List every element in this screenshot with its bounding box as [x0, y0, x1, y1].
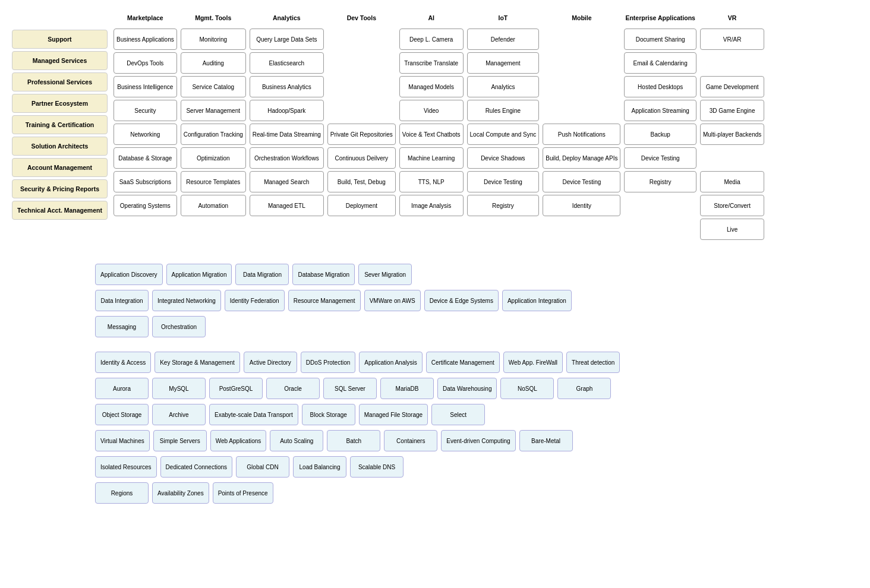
column-cell[interactable]: Service Catalog — [181, 76, 246, 97]
column-cell[interactable]: Analytics — [467, 76, 540, 97]
column-cell[interactable]: Device Testing — [624, 147, 696, 169]
bottom-cell[interactable]: Containers — [384, 430, 437, 451]
bottom-cell[interactable]: Exabyte-scale Data Transport — [209, 404, 298, 425]
bottom-cell[interactable]: Key Storage & Management — [155, 352, 240, 373]
bottom-cell[interactable]: Threat detection — [566, 352, 620, 373]
column-cell[interactable]: Email & Calendaring — [624, 52, 696, 74]
bottom-cell[interactable]: Application Integration — [502, 290, 572, 311]
column-cell[interactable]: Managed Search — [250, 171, 324, 192]
bottom-cell[interactable]: Certificate Management — [426, 352, 500, 373]
column-cell[interactable]: Private Git Repositories — [327, 124, 396, 145]
column-cell[interactable]: Management — [467, 52, 540, 74]
column-cell[interactable]: Managed Models — [399, 76, 464, 97]
column-cell[interactable]: Continuous Deilvery — [327, 147, 396, 169]
column-cell[interactable]: VR/AR — [700, 29, 764, 50]
bottom-cell[interactable]: Data Integration — [95, 290, 149, 311]
column-cell[interactable]: Defender — [467, 29, 540, 50]
bottom-cell[interactable]: Scalable DNS — [350, 456, 404, 478]
bottom-cell[interactable]: PostGreSQL — [209, 378, 263, 399]
column-cell[interactable]: Auditing — [181, 52, 246, 74]
column-cell[interactable]: Store/Convert — [700, 195, 764, 216]
column-cell[interactable]: Monitoring — [181, 29, 246, 50]
bottom-cell[interactable]: SQL Server — [323, 378, 377, 399]
column-cell[interactable]: Application Streaming — [624, 100, 696, 121]
column-cell[interactable]: Build, Test, Debug — [327, 171, 396, 192]
bottom-cell[interactable]: Active Directory — [244, 352, 297, 373]
bottom-cell[interactable]: Identity Federation — [225, 290, 285, 311]
bottom-cell[interactable]: Archive — [152, 404, 206, 425]
bottom-cell[interactable]: Identity & Access — [95, 352, 151, 373]
column-cell[interactable]: Voice & Text Chatbots — [399, 124, 464, 145]
column-cell[interactable]: Machine Learning — [399, 147, 464, 169]
bottom-cell[interactable]: Application Migration — [166, 264, 232, 285]
column-cell[interactable]: Managed ETL — [250, 195, 324, 216]
bottom-cell[interactable]: Select — [431, 404, 485, 425]
bottom-cell[interactable]: MySQL — [152, 378, 206, 399]
column-cell[interactable]: Multi-player Backends — [700, 124, 764, 145]
column-cell[interactable]: Device Testing — [467, 171, 540, 192]
column-cell[interactable]: Live — [700, 219, 764, 240]
column-cell[interactable]: Deep L. Camera — [399, 29, 464, 50]
bottom-cell[interactable]: Device & Edge Systems — [424, 290, 499, 311]
column-cell[interactable]: Registry — [467, 195, 540, 216]
bottom-cell[interactable]: Event-driven Computing — [441, 430, 515, 451]
bottom-cell[interactable]: Object Storage — [95, 404, 149, 425]
column-cell[interactable]: Query Large Data Sets — [250, 29, 324, 50]
column-cell[interactable]: Business Applications — [114, 29, 177, 50]
bottom-cell[interactable]: Web App. FireWall — [503, 352, 563, 373]
bottom-cell[interactable]: Block Storage — [302, 404, 355, 425]
bottom-cell[interactable]: Data Warehousing — [437, 378, 497, 399]
bottom-cell[interactable]: VMWare on AWS — [364, 290, 421, 311]
column-cell[interactable]: Operating Systems — [114, 195, 177, 216]
column-cell[interactable]: Database & Storage — [114, 147, 177, 169]
bottom-cell[interactable]: Availability Zones — [152, 482, 209, 504]
bottom-cell[interactable]: Application Analysis — [359, 352, 422, 373]
bottom-cell[interactable]: Graph — [557, 378, 611, 399]
column-cell[interactable]: DevOps Tools — [114, 52, 177, 74]
column-cell[interactable]: Optimization — [181, 147, 246, 169]
bottom-cell[interactable]: Global CDN — [236, 456, 289, 478]
bottom-cell[interactable]: Load Balancing — [293, 456, 346, 478]
bottom-cell[interactable]: Auto Scaling — [270, 430, 323, 451]
bottom-cell[interactable]: Virtual Machines — [95, 430, 150, 451]
bottom-cell[interactable]: NoSQL — [500, 378, 554, 399]
column-cell[interactable]: Server Management — [181, 100, 246, 121]
column-cell[interactable]: Local Compute and Sync — [467, 124, 540, 145]
column-cell[interactable]: SaaS Subscriptions — [114, 171, 177, 192]
bottom-cell[interactable]: MariaDB — [380, 378, 434, 399]
column-cell[interactable]: Media — [700, 171, 764, 192]
column-cell[interactable]: Device Shadows — [467, 147, 540, 169]
column-cell[interactable]: Video — [399, 100, 464, 121]
bottom-cell[interactable]: Application Discovery — [95, 264, 163, 285]
column-cell[interactable]: 3D Game Engine — [700, 100, 764, 121]
column-cell[interactable]: Push Notifications — [543, 124, 620, 145]
column-cell[interactable]: Rules Engine — [467, 100, 540, 121]
column-cell[interactable]: Document Sharing — [624, 29, 696, 50]
bottom-cell[interactable]: Web Applications — [210, 430, 267, 451]
column-cell[interactable]: Business Analytics — [250, 76, 324, 97]
bottom-cell[interactable]: Isolated Resources — [95, 456, 157, 478]
bottom-cell[interactable]: Data Migration — [235, 264, 289, 285]
column-cell[interactable]: Resource Templates — [181, 171, 246, 192]
column-cell[interactable]: Elasticsearch — [250, 52, 324, 74]
column-cell[interactable]: Configuration Tracking — [181, 124, 246, 145]
column-cell[interactable]: Registry — [624, 171, 696, 192]
column-cell[interactable]: Transcribe Translate — [399, 52, 464, 74]
bottom-cell[interactable]: DDoS Protection — [301, 352, 355, 373]
bottom-cell[interactable]: Points of Presence — [213, 482, 273, 504]
column-cell[interactable]: Game Development — [700, 76, 764, 97]
column-cell[interactable]: Automation — [181, 195, 246, 216]
bottom-cell[interactable]: Batch — [327, 430, 380, 451]
bottom-cell[interactable]: Bare-Metal — [519, 430, 573, 451]
column-cell[interactable]: Orchestration Workflows — [250, 147, 324, 169]
column-cell[interactable]: Image Analysis — [399, 195, 464, 216]
bottom-cell[interactable]: Regions — [95, 482, 149, 504]
bottom-cell[interactable]: Resource Management — [288, 290, 361, 311]
bottom-cell[interactable]: Database Migration — [292, 264, 355, 285]
bottom-cell[interactable]: Oracle — [266, 378, 320, 399]
column-cell[interactable]: Deployment — [327, 195, 396, 216]
bottom-cell[interactable]: Dedicated Connections — [160, 456, 232, 478]
column-cell[interactable]: Real-time Data Streaming — [250, 124, 324, 145]
bottom-cell[interactable]: Integrated Networking — [152, 290, 221, 311]
column-cell[interactable]: TTS, NLP — [399, 171, 464, 192]
